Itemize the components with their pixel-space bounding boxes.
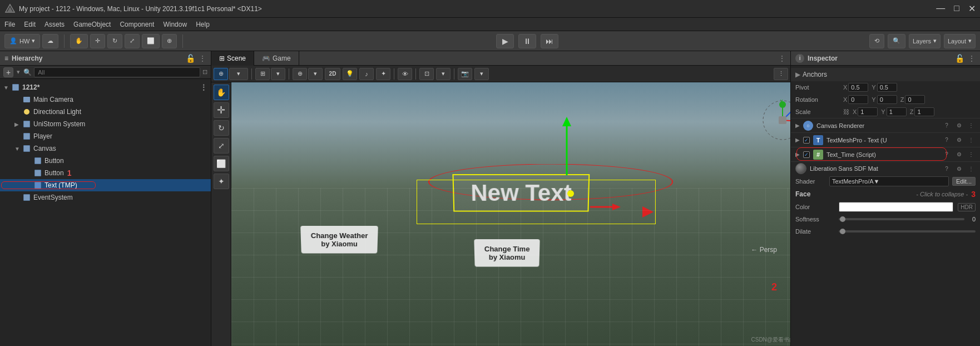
tab-scene[interactable]: ⊞ Scene [211,51,254,66]
material-settings[interactable]: ⚙ [954,164,963,173]
texttime-menu[interactable]: ⋮ [967,150,976,159]
rect-tool-button[interactable]: ⬜ [142,34,160,48]
inspector-content: ▶ Anchors Pivot X Y [791,66,980,346]
shader-dropdown[interactable]: TextMeshPro/A▼ [829,176,949,186]
textmeshpro-menu[interactable]: ⋮ [967,136,976,145]
more-options-button[interactable]: ⋮ [774,68,788,80]
grid-button[interactable]: ⊞ [255,68,270,80]
canvas-renderer-settings[interactable]: ⚙ [954,121,963,130]
material-help[interactable]: ? [942,164,951,173]
texttime-settings[interactable]: ⚙ [954,150,963,159]
maximize-button[interactable]: □ [954,3,959,14]
gizmos-toggle[interactable]: ▾ [436,68,451,80]
item-menu-icon[interactable]: ⋮ [200,83,207,92]
rect-btn[interactable]: ⬜ [214,156,229,171]
layers-dropdown[interactable]: Layers ▾ [909,34,941,48]
face-collapse-label[interactable]: - Click to collapse - [916,191,968,197]
dilate-slider[interactable] [839,230,976,233]
menu-component[interactable]: Component [120,21,154,28]
hierarchy-filter-icon[interactable]: ⊡ [202,68,207,76]
rotate-btn[interactable]: ↻ [214,120,229,136]
rotation-x-field[interactable] [848,95,868,104]
pivot-toggle[interactable]: ▾ [308,68,323,80]
shader-edit-button[interactable]: Edit... [952,177,976,186]
textmeshpro-help[interactable]: ? [942,136,951,145]
scale-y-field[interactable] [887,107,907,116]
scale-x-field[interactable] [858,107,878,116]
cloud-button[interactable]: ☁ [42,34,58,48]
hierarchy-item-text-tmp[interactable]: Text (TMP) [0,179,211,191]
scale-z-field[interactable] [914,107,934,116]
2d-toggle-button[interactable]: ▾ [229,68,248,80]
inspector-menu-icon[interactable]: ⋮ [968,54,976,63]
hidden-objects-button[interactable]: 👁 [398,68,412,80]
pause-button[interactable]: ⏸ [518,34,536,48]
scale-tool-button[interactable]: ⤢ [125,34,140,48]
menu-window[interactable]: Window [163,21,187,28]
hierarchy-item-unistorm[interactable]: ▶ UniStorm System [0,118,211,130]
menu-file[interactable]: File [4,21,15,28]
hw-account-button[interactable]: 👤 HW ▾ [4,34,40,48]
search-button[interactable]: 🔍 [888,34,905,48]
canvas-renderer-help[interactable]: ? [942,121,951,130]
hand-btn[interactable]: ✋ [214,85,229,100]
hierarchy-item-button2[interactable]: Button 1 [0,167,211,179]
camera-settings-button[interactable]: 📷 [458,68,472,80]
lighting-button[interactable]: 💡 [343,68,357,80]
play-button[interactable]: ▶ [496,34,514,48]
effects-button[interactable]: ✦ [376,68,390,80]
layout-dropdown[interactable]: Layout ▾ [944,34,976,48]
pivot-x-field[interactable] [848,83,868,92]
rotation-z-field[interactable] [905,95,925,104]
softness-slider[interactable] [839,218,964,220]
material-menu[interactable]: ⋮ [967,164,976,173]
tab-game[interactable]: 🎮 Game [254,51,299,66]
hierarchy-menu-icon[interactable]: ⋮ [199,54,206,63]
hierarchy-lock-icon[interactable]: 🔓 [186,54,195,63]
anchors-section-header[interactable]: ▶ Anchors [791,68,980,81]
minimize-button[interactable]: — [936,3,945,14]
new-text-object[interactable]: New Text [452,174,590,212]
hierarchy-item-1212[interactable]: ▼ 1212* ⋮ [0,81,211,93]
gizmos-button[interactable]: ⊡ [419,68,434,80]
canvas-renderer-menu[interactable]: ⋮ [967,121,976,130]
move-btn[interactable]: ✛ [214,102,229,118]
snap-button[interactable]: ▾ [271,68,285,80]
hierarchy-item-canvas[interactable]: ▼ Canvas [0,142,211,155]
undo-history-button[interactable]: ⟲ [869,34,884,48]
pivot-button[interactable]: ⊕ [293,68,307,80]
menu-gameobject[interactable]: GameObject [73,21,111,28]
menu-assets[interactable]: Assets [44,21,65,28]
texttime-checkbox[interactable] [803,151,810,158]
texttime-help[interactable]: ? [942,150,951,159]
textmeshpro-checkbox[interactable] [803,137,810,144]
audio-button[interactable]: ♪ [359,68,374,80]
hierarchy-item-player[interactable]: Player [0,130,211,142]
step-button[interactable]: ⏭ [541,34,558,48]
camera-toggle[interactable]: ▾ [474,68,489,80]
inspector-lock-icon[interactable]: 🔓 [955,54,964,63]
rotation-y-field[interactable] [877,95,897,104]
move-tool-button[interactable]: ✛ [90,34,105,48]
hand-tool-button[interactable]: ✋ [70,34,88,48]
pivot-y-field[interactable] [877,83,897,92]
hierarchy-item-directional-light[interactable]: Directional Light [0,106,211,118]
menu-help[interactable]: Help [196,21,210,28]
hierarchy-search-input[interactable] [34,67,200,77]
transform-tool-button[interactable]: ⊕ [162,34,177,48]
hierarchy-add-button[interactable]: + [3,67,13,77]
scene-menu-icon[interactable]: ⋮ [778,54,786,63]
hierarchy-item-main-camera[interactable]: Main Camera [0,93,211,106]
close-button[interactable]: ✕ [968,3,976,14]
shading-mode-button[interactable]: ⊕ [214,68,228,80]
rotate-tool-button[interactable]: ↻ [107,34,122,48]
hierarchy-item-eventsystem[interactable]: EventSystem [0,191,211,204]
scale-btn[interactable]: ⤢ [214,138,229,154]
textmeshpro-settings[interactable]: ⚙ [954,136,963,145]
hierarchy-item-button1[interactable]: Button [0,155,211,167]
custom-btn[interactable]: ✦ [214,174,229,189]
2d-mode-button[interactable]: 2D [325,68,340,80]
window-controls[interactable]: — □ ✕ [936,3,976,14]
color-value-box[interactable] [839,202,953,212]
menu-edit[interactable]: Edit [24,21,36,28]
